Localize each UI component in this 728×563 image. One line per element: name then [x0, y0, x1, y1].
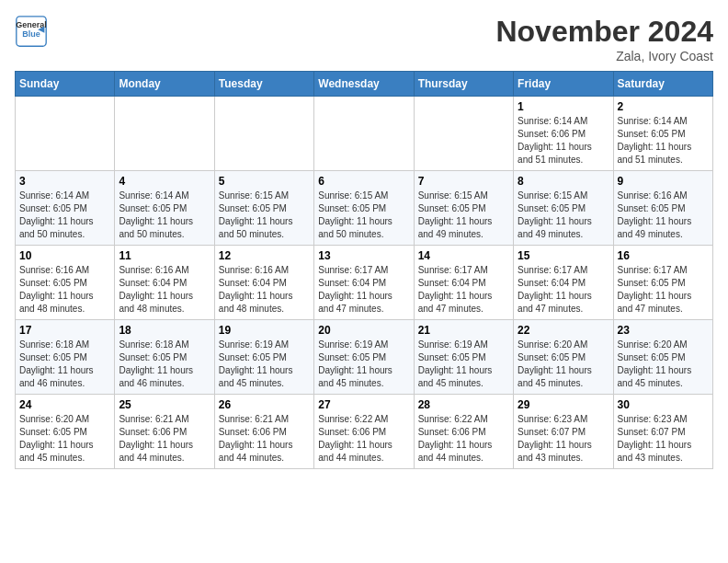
day-number: 13: [318, 249, 409, 262]
day-number: 4: [119, 175, 210, 188]
day-cell: 20Sunrise: 6:19 AMSunset: 6:05 PMDayligh…: [314, 320, 414, 395]
day-number: 15: [518, 249, 609, 262]
day-number: 11: [119, 249, 210, 262]
day-cell: 11Sunrise: 6:16 AMSunset: 6:04 PMDayligh…: [115, 246, 214, 320]
day-info: Sunrise: 6:16 AMSunset: 6:04 PMDaylight:…: [219, 264, 310, 316]
day-number: 8: [518, 175, 609, 188]
calendar-body: 1Sunrise: 6:14 AMSunset: 6:06 PMDaylight…: [16, 97, 713, 469]
week-row-2: 3Sunrise: 6:14 AMSunset: 6:05 PMDaylight…: [16, 171, 713, 246]
day-info: Sunrise: 6:19 AMSunset: 6:05 PMDaylight:…: [418, 339, 509, 390]
day-cell: 3Sunrise: 6:14 AMSunset: 6:05 PMDaylight…: [16, 171, 115, 246]
week-row-5: 24Sunrise: 6:20 AMSunset: 6:05 PMDayligh…: [16, 395, 713, 469]
day-number: 23: [618, 324, 709, 337]
day-cell: [16, 97, 115, 171]
day-cell: [115, 97, 214, 171]
day-info: Sunrise: 6:17 AMSunset: 6:04 PMDaylight:…: [518, 264, 609, 316]
day-number: 14: [418, 249, 509, 262]
day-number: 17: [19, 324, 110, 337]
day-number: 5: [219, 175, 310, 188]
day-info: Sunrise: 6:15 AMSunset: 6:05 PMDaylight:…: [318, 190, 409, 241]
weekday-header-friday: Friday: [514, 72, 613, 97]
day-cell: 18Sunrise: 6:18 AMSunset: 6:05 PMDayligh…: [115, 320, 214, 395]
day-number: 18: [119, 324, 210, 337]
day-number: 9: [618, 175, 709, 188]
weekday-header-tuesday: Tuesday: [214, 72, 313, 97]
logo-icon: General Blue: [15, 15, 48, 48]
day-info: Sunrise: 6:15 AMSunset: 6:05 PMDaylight:…: [219, 190, 310, 241]
day-cell: 6Sunrise: 6:15 AMSunset: 6:05 PMDaylight…: [314, 171, 414, 246]
day-cell: [414, 97, 513, 171]
day-info: Sunrise: 6:17 AMSunset: 6:05 PMDaylight:…: [618, 264, 709, 316]
day-info: Sunrise: 6:23 AMSunset: 6:07 PMDaylight:…: [618, 413, 709, 465]
day-cell: 16Sunrise: 6:17 AMSunset: 6:05 PMDayligh…: [613, 246, 712, 320]
day-number: 30: [618, 398, 709, 411]
logo: General Blue: [15, 15, 48, 48]
calendar-header: SundayMondayTuesdayWednesdayThursdayFrid…: [16, 72, 713, 97]
day-cell: 28Sunrise: 6:22 AMSunset: 6:06 PMDayligh…: [414, 395, 513, 469]
day-info: Sunrise: 6:22 AMSunset: 6:06 PMDaylight:…: [418, 413, 509, 465]
day-number: 28: [418, 398, 509, 411]
day-info: Sunrise: 6:14 AMSunset: 6:05 PMDaylight:…: [618, 115, 709, 167]
day-info: Sunrise: 6:14 AMSunset: 6:05 PMDaylight:…: [19, 190, 110, 241]
day-number: 21: [418, 324, 509, 337]
day-cell: 24Sunrise: 6:20 AMSunset: 6:05 PMDayligh…: [16, 395, 115, 469]
day-info: Sunrise: 6:22 AMSunset: 6:06 PMDaylight:…: [318, 413, 409, 465]
weekday-header-thursday: Thursday: [414, 72, 513, 97]
day-info: Sunrise: 6:14 AMSunset: 6:05 PMDaylight:…: [119, 190, 210, 241]
day-number: 2: [618, 100, 709, 113]
day-cell: [214, 97, 313, 171]
day-number: 16: [618, 249, 709, 262]
day-cell: 2Sunrise: 6:14 AMSunset: 6:05 PMDaylight…: [613, 97, 712, 171]
weekday-header-row: SundayMondayTuesdayWednesdayThursdayFrid…: [16, 72, 713, 97]
day-info: Sunrise: 6:18 AMSunset: 6:05 PMDaylight:…: [119, 339, 210, 390]
day-number: 1: [518, 100, 609, 113]
day-cell: 25Sunrise: 6:21 AMSunset: 6:06 PMDayligh…: [115, 395, 214, 469]
day-cell: 10Sunrise: 6:16 AMSunset: 6:05 PMDayligh…: [16, 246, 115, 320]
week-row-4: 17Sunrise: 6:18 AMSunset: 6:05 PMDayligh…: [16, 320, 713, 395]
day-number: 6: [318, 175, 409, 188]
day-info: Sunrise: 6:15 AMSunset: 6:05 PMDaylight:…: [518, 190, 609, 241]
day-cell: 9Sunrise: 6:16 AMSunset: 6:05 PMDaylight…: [613, 171, 712, 246]
day-info: Sunrise: 6:19 AMSunset: 6:05 PMDaylight:…: [318, 339, 409, 390]
location: Zala, Ivory Coast: [495, 49, 713, 63]
weekday-header-monday: Monday: [115, 72, 214, 97]
day-info: Sunrise: 6:19 AMSunset: 6:05 PMDaylight:…: [219, 339, 310, 390]
day-info: Sunrise: 6:17 AMSunset: 6:04 PMDaylight:…: [418, 264, 509, 316]
weekday-header-saturday: Saturday: [613, 72, 712, 97]
day-info: Sunrise: 6:20 AMSunset: 6:05 PMDaylight:…: [518, 339, 609, 390]
day-cell: 15Sunrise: 6:17 AMSunset: 6:04 PMDayligh…: [514, 246, 613, 320]
day-cell: 21Sunrise: 6:19 AMSunset: 6:05 PMDayligh…: [414, 320, 513, 395]
day-number: 12: [219, 249, 310, 262]
day-number: 7: [418, 175, 509, 188]
day-number: 29: [518, 398, 609, 411]
week-row-3: 10Sunrise: 6:16 AMSunset: 6:05 PMDayligh…: [16, 246, 713, 320]
day-cell: 4Sunrise: 6:14 AMSunset: 6:05 PMDaylight…: [115, 171, 214, 246]
day-cell: [314, 97, 414, 171]
day-number: 20: [318, 324, 409, 337]
day-info: Sunrise: 6:16 AMSunset: 6:05 PMDaylight:…: [19, 264, 110, 316]
day-number: 25: [119, 398, 210, 411]
day-cell: 30Sunrise: 6:23 AMSunset: 6:07 PMDayligh…: [613, 395, 712, 469]
day-cell: 12Sunrise: 6:16 AMSunset: 6:04 PMDayligh…: [214, 246, 313, 320]
day-cell: 1Sunrise: 6:14 AMSunset: 6:06 PMDaylight…: [514, 97, 613, 171]
day-info: Sunrise: 6:17 AMSunset: 6:04 PMDaylight:…: [318, 264, 409, 316]
day-info: Sunrise: 6:16 AMSunset: 6:05 PMDaylight:…: [618, 190, 709, 241]
day-info: Sunrise: 6:21 AMSunset: 6:06 PMDaylight:…: [119, 413, 210, 465]
day-number: 22: [518, 324, 609, 337]
day-number: 24: [19, 398, 110, 411]
weekday-header-sunday: Sunday: [16, 72, 115, 97]
day-cell: 19Sunrise: 6:19 AMSunset: 6:05 PMDayligh…: [214, 320, 313, 395]
day-cell: 8Sunrise: 6:15 AMSunset: 6:05 PMDaylight…: [514, 171, 613, 246]
day-info: Sunrise: 6:16 AMSunset: 6:04 PMDaylight:…: [119, 264, 210, 316]
month-title: November 2024: [495, 15, 713, 49]
day-info: Sunrise: 6:23 AMSunset: 6:07 PMDaylight:…: [518, 413, 609, 465]
day-number: 27: [318, 398, 409, 411]
day-cell: 29Sunrise: 6:23 AMSunset: 6:07 PMDayligh…: [514, 395, 613, 469]
day-number: 10: [19, 249, 110, 262]
day-info: Sunrise: 6:18 AMSunset: 6:05 PMDaylight:…: [19, 339, 110, 390]
day-cell: 17Sunrise: 6:18 AMSunset: 6:05 PMDayligh…: [16, 320, 115, 395]
day-cell: 23Sunrise: 6:20 AMSunset: 6:05 PMDayligh…: [613, 320, 712, 395]
day-cell: 14Sunrise: 6:17 AMSunset: 6:04 PMDayligh…: [414, 246, 513, 320]
day-number: 3: [19, 175, 110, 188]
day-number: 19: [219, 324, 310, 337]
